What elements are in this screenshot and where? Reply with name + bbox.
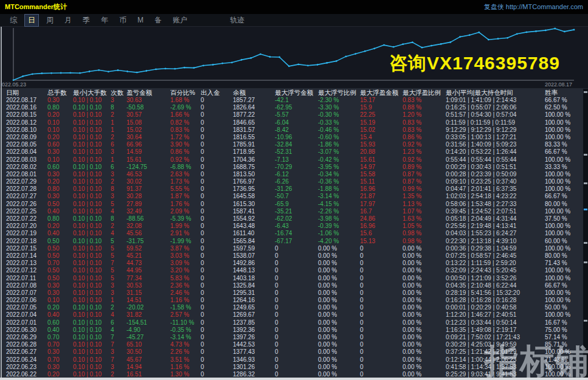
cell-max-float-profit: 0 — [360, 282, 403, 289]
cell-min-max-lots: 0.10 | 0.10 — [73, 334, 111, 341]
cell-max-float-profit-pct: 0.00 % — [403, 282, 446, 289]
table-row[interactable]: 2022.08.050.600.10 | 0.10666.963.90 %017… — [0, 141, 588, 148]
column-header-12[interactable]: 最小|平均|最大持仓时间 — [446, 88, 545, 97]
tab-账户[interactable]: 账户 — [169, 14, 191, 27]
table-row[interactable]: 2022.07.190.400.10 | 0.10445.562.91 %016… — [0, 230, 588, 237]
tab-综[interactable]: 综 — [6, 14, 21, 27]
table-row[interactable]: 2022.07.270.300.10 | 0.10330.281.87 %016… — [0, 193, 588, 200]
cell-max-float-loss-pct: 0.00 % — [318, 348, 360, 356]
column-header-5[interactable]: 百分比% — [170, 88, 201, 97]
table-row[interactable]: 2022.07.200.200.10 | 0.10232.081.99 %016… — [0, 223, 588, 230]
column-header-6[interactable]: 出入金 — [201, 88, 233, 97]
table-row[interactable]: 2022.06.280.700.10 | 0.10765.104.73 %014… — [0, 341, 588, 348]
table-row[interactable]: 2022.06.230.300.10 | 0.10314.941.16 %013… — [0, 364, 588, 371]
tab-币[interactable]: 币 — [116, 14, 130, 27]
table-row[interactable]: 2022.07.050.200.10 | 0.102-20.02-1.58 %0… — [0, 304, 588, 311]
cell-max-float-loss-pct: 0.00 % — [318, 341, 360, 348]
cell-max-float-profit: 0 — [360, 356, 403, 364]
table-row[interactable]: 2022.07.280.800.10 | 0.10891.375.55 %017… — [0, 185, 588, 193]
cell-pct: 3.20 % — [170, 267, 201, 274]
table-row[interactable]: 2022.08.160.800.10 | 0.108-50.58-2.69 %0… — [0, 104, 588, 111]
cell-min-max-lots: 0.10 | 0.10 — [73, 304, 111, 311]
tab-备[interactable]: 备 — [151, 14, 165, 27]
column-header-11[interactable]: 最大浮盈比例 — [403, 88, 446, 97]
column-header-2[interactable]: 最小|大手数 — [73, 88, 111, 97]
table-row[interactable]: 2022.08.170.300.10 | 0.10330.631.68 %018… — [0, 97, 588, 104]
table-row[interactable]: 2022.08.020.600.10 | 0.106-124.75-6.88 %… — [0, 164, 588, 171]
table-row[interactable]: 2022.08.010.300.10 | 0.10346.532.63 %018… — [0, 171, 588, 178]
table-row[interactable]: 2022.08.100.100.10 | 0.10115.020.83 %018… — [0, 126, 588, 134]
table-row[interactable]: 2022.08.090.200.10 | 0.10230.641.72 %018… — [0, 134, 588, 141]
cell-max-float-profit: 15.9 — [360, 104, 403, 111]
cell-max-float-profit-pct: 0.83 % — [403, 119, 446, 126]
table-row[interactable]: 2022.07.070.300.10 | 0.10331.152.46 %012… — [0, 289, 588, 297]
table-row[interactable]: 2022.07.130.700.10 | 0.10744.733.09 %014… — [0, 260, 588, 267]
table-row[interactable]: 2022.07.060.100.10 | 0.10114.511.16 %012… — [0, 297, 588, 304]
column-header-8[interactable]: 最大浮亏金额 — [275, 88, 318, 97]
cell-max-float-loss: 0 — [275, 341, 318, 348]
tab-轨迹[interactable]: 轨迹 — [226, 14, 248, 27]
column-header-1[interactable]: 总手数 — [47, 88, 73, 97]
column-header-9[interactable]: 最大浮亏比例 — [318, 88, 360, 97]
cell-in-out: 0 — [201, 97, 233, 104]
table-row[interactable]: 2022.08.120.100.10 | 0.10115.080.82 %018… — [0, 119, 588, 126]
table-row[interactable]: 2022.08.150.200.10 | 0.10230.571.66 %018… — [0, 111, 588, 119]
cell-balance: 1492.86 — [233, 260, 275, 267]
tab-M[interactable]: M — [134, 15, 147, 26]
column-header-13[interactable]: 胜率 — [545, 88, 584, 97]
table-row[interactable]: 2022.07.290.200.10 | 0.10230.021.73 %017… — [0, 178, 588, 185]
table-row[interactable]: 2022.07.150.500.10 | 0.10559.523.87 %015… — [0, 245, 588, 252]
cell-hold-time: 0:13:22 | 1:11:59 | 2:59:20 — [446, 260, 545, 267]
scrollbar-thumb[interactable] — [584, 209, 587, 210]
table-row[interactable]: 2022.07.220.800.10 | 0.108-88.56-5.39 %0… — [0, 215, 588, 223]
equity-chart[interactable]: 022.05.23 2022.08.17 咨询VX1746395789 — [0, 27, 588, 88]
cell-in-out: 0 — [201, 178, 233, 185]
table-row[interactable]: 2022.06.290.700.10 | 0.107-45.27-3.14 %0… — [0, 334, 588, 341]
tab-周[interactable]: 周 — [43, 14, 57, 27]
table-row[interactable]: 2022.06.240.700.10 | 0.10745.673.51 %013… — [0, 356, 588, 364]
cell-max-float-profit-pct: 0.86 % — [403, 134, 446, 141]
cell-max-float-loss: -31.26 — [275, 185, 318, 193]
table-row[interactable]: 2022.07.080.300.10 | 0.10330.532.36 %013… — [0, 282, 588, 289]
vertical-scrollbar[interactable] — [583, 89, 588, 378]
cell-total-lots: 0.80 — [47, 185, 73, 193]
table-row[interactable]: 2022.07.140.500.10 | 0.10545.213.03 %015… — [0, 252, 588, 260]
table-row[interactable]: 2022.07.250.400.10 | 0.10432.492.09 %015… — [0, 208, 588, 215]
column-header-3[interactable]: 次数 — [111, 88, 126, 97]
cell-max-float-loss-pct: 0.00 % — [318, 319, 360, 326]
cell-total-lots: 0.70 — [47, 356, 73, 364]
cell-in-out: 0 — [201, 193, 233, 200]
column-header-7[interactable]: 余额 — [233, 88, 275, 97]
cell-date: 2022.06.30 — [6, 326, 47, 334]
table-row[interactable]: 2022.07.180.500.10 | 0.105-31.75-1.99 %0… — [0, 238, 588, 245]
tab-bar: 综日周月季年币M备账户轨迹 — [0, 14, 588, 27]
table-row[interactable]: 2022.06.270.300.10 | 0.10330.502.26 %013… — [0, 348, 588, 356]
tab-季[interactable]: 季 — [79, 14, 94, 27]
table-row[interactable]: 2022.07.010.600.10 | 0.106-154.51-11.10 … — [0, 319, 588, 326]
table-row[interactable]: 2022.07.040.400.10 | 0.10431.822.57 %012… — [0, 311, 588, 319]
table-row[interactable]: 2022.08.030.100.10 | 0.10115.610.92 %017… — [0, 156, 588, 164]
tab-年[interactable]: 年 — [97, 14, 112, 27]
table-row[interactable]: 2022.08.040.300.10 | 0.10314.590.86 %017… — [0, 148, 588, 156]
table-row[interactable]: 2022.06.300.400.10 | 0.104-4.90-0.35 %01… — [0, 326, 588, 334]
cell-max-float-profit: 15.6 — [360, 230, 403, 237]
cell-date: 2022.07.11 — [6, 275, 47, 282]
tab-月[interactable]: 月 — [61, 14, 75, 27]
cell-total-lots: 0.30 — [47, 289, 73, 297]
cell-max-float-profit: 16.7 — [360, 208, 403, 215]
column-header-0[interactable]: 日期 — [6, 88, 47, 97]
cell-min-max-lots: 0.10 | 0.10 — [73, 156, 111, 164]
cell-max-float-loss-pct: -0.34 % — [318, 171, 360, 178]
cell-date: 2022.07.08 — [6, 282, 47, 289]
table-row[interactable]: 2022.07.110.500.10 | 0.10577.345.83 %014… — [0, 275, 588, 282]
cell-max-float-loss: -52.31 — [275, 148, 318, 156]
column-header-4[interactable]: 盈亏金额 — [126, 88, 170, 97]
cell-total-lots: 0.50 — [47, 245, 73, 252]
tab-日[interactable]: 日 — [24, 14, 39, 27]
column-header-10[interactable]: 最大浮盈金额 — [360, 88, 403, 97]
brand-link[interactable]: 复盘侠 http://MTCommander.com — [484, 2, 583, 12]
table-row[interactable]: 2022.07.260.500.10 | 0.10527.891.76 %016… — [0, 201, 588, 208]
cell-max-float-profit-pct: 0.00 % — [403, 260, 446, 267]
table-row[interactable]: 2022.07.120.500.10 | 0.10544.953.20 %014… — [0, 267, 588, 274]
cell-hold-time: 0:41:58 | 1:14:34 | 1:37:53 — [446, 364, 545, 371]
